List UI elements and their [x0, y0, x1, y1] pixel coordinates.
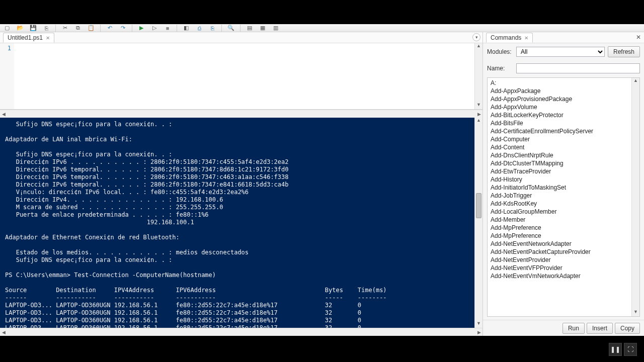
- scroll-down-icon[interactable]: ▼: [475, 102, 482, 109]
- toolbar: ▢ 📂 💾 ⎘ ✂ ⧉ 📋 ↶ ↷ ▶ ▷ ■ ◧ ⎙ ⎘ 🔍 ▤ ▦ ▥: [0, 24, 644, 32]
- new-icon[interactable]: ▢: [2, 25, 12, 32]
- layout2-icon[interactable]: ▦: [258, 25, 268, 32]
- list-item[interactable]: Add-AppxProvisionedPackage: [488, 95, 631, 103]
- scroll-up-icon[interactable]: ▲: [475, 43, 482, 50]
- list-item[interactable]: Add-MpPreference: [488, 232, 631, 240]
- name-input[interactable]: [516, 63, 640, 73]
- undo-icon[interactable]: ↶: [105, 25, 115, 32]
- cmdlist-vscrollbar[interactable]: ▲ ▼: [631, 78, 639, 316]
- script-tab-label: Untitled1.ps1: [8, 34, 43, 41]
- open-icon[interactable]: 📂: [15, 25, 25, 32]
- list-item[interactable]: Add-NetEventPacketCaptureProvider: [488, 248, 631, 256]
- letterbox-bottom: ❚❚ ⛶: [0, 336, 644, 362]
- list-item[interactable]: Add-NetEventVFPProvider: [488, 264, 631, 272]
- modules-select[interactable]: All: [516, 47, 605, 57]
- list-item[interactable]: Add-Member: [488, 216, 631, 224]
- copy-button[interactable]: Copy: [615, 323, 640, 334]
- scroll-down-icon[interactable]: ▼: [632, 309, 639, 316]
- console-pane: Sufijo DNS espec¡fico para la conexi¢n. …: [0, 118, 482, 328]
- list-item[interactable]: Add-DnsClientNrptRule: [488, 151, 631, 159]
- run-button[interactable]: Run: [562, 323, 585, 334]
- scroll-down-icon[interactable]: ▼: [475, 321, 482, 328]
- list-item[interactable]: Add-AppxPackage: [488, 87, 631, 95]
- tab-scroll-button[interactable]: ▾: [472, 33, 480, 41]
- copy-icon[interactable]: ⧉: [73, 25, 83, 32]
- layout3-icon[interactable]: ▥: [271, 25, 281, 32]
- script-tabstrip: Untitled1.ps1 ✕ ▾: [0, 32, 482, 43]
- list-item[interactable]: Add-NetEventVmNetworkAdapter: [488, 272, 631, 280]
- name-label: Name:: [487, 65, 513, 72]
- save-icon[interactable]: 💾: [28, 25, 38, 32]
- modules-label: Modules:: [487, 48, 513, 55]
- refresh-button[interactable]: Refresh: [608, 46, 640, 57]
- redo-icon[interactable]: ↷: [118, 25, 128, 32]
- list-item[interactable]: Add-Computer: [488, 135, 631, 143]
- list-item[interactable]: Add-NetEventProvider: [488, 256, 631, 264]
- scroll-left-icon[interactable]: ◀: [0, 328, 7, 336]
- list-item[interactable]: Add-JobTrigger: [488, 192, 631, 200]
- list-item[interactable]: Add-History: [488, 175, 631, 184]
- close-icon[interactable]: ✕: [46, 35, 50, 41]
- paste-icon[interactable]: 📋: [86, 25, 96, 32]
- run-selection-icon[interactable]: ▷: [149, 25, 159, 32]
- powershell-ise-window: ▢ 📂 💾 ⎘ ✂ ⧉ 📋 ↶ ↷ ▶ ▷ ■ ◧ ⎙ ⎘ 🔍 ▤ ▦ ▥ Un…: [0, 24, 644, 336]
- script-editor[interactable]: 1 ▲ ▼: [0, 43, 482, 110]
- close-icon[interactable]: ✕: [524, 35, 528, 41]
- list-item[interactable]: A:: [488, 79, 631, 87]
- list-item[interactable]: Add-MpPreference: [488, 224, 631, 232]
- script-tab[interactable]: Untitled1.ps1 ✕: [3, 33, 54, 43]
- list-item[interactable]: Add-LocalGroupMember: [488, 208, 631, 216]
- list-item[interactable]: Add-InitiatorIdToMaskingSet: [488, 184, 631, 192]
- panel-close-icon[interactable]: ✕: [636, 34, 641, 41]
- video-pause-button[interactable]: ❚❚: [609, 343, 622, 356]
- console-output[interactable]: Sufijo DNS espec¡fico para la conexi¢n. …: [0, 118, 474, 328]
- debug2-icon[interactable]: ⎘: [207, 25, 217, 32]
- zoom-icon[interactable]: 🔍: [226, 25, 236, 32]
- stop-icon[interactable]: ■: [163, 25, 173, 32]
- console-vscrollbar[interactable]: ▲ ▼: [474, 118, 482, 328]
- commands-tab-label: Commands: [491, 34, 521, 41]
- editor-hscrollbar[interactable]: ◀ ▶: [0, 110, 482, 118]
- video-fullscreen-button[interactable]: ⛶: [624, 343, 637, 356]
- list-item[interactable]: Add-DtcClusterTMMapping: [488, 159, 631, 167]
- layout1-icon[interactable]: ▤: [245, 25, 255, 32]
- debug1-icon[interactable]: ⎙: [194, 25, 204, 32]
- scroll-right-icon[interactable]: ▶: [475, 328, 482, 336]
- list-item[interactable]: Add-NetEventNetworkAdapter: [488, 240, 631, 248]
- scroll-up-icon[interactable]: ▲: [632, 78, 639, 85]
- tab-commands[interactable]: Commands ✕: [486, 33, 533, 43]
- editor-gutter: 1: [0, 43, 14, 109]
- list-item[interactable]: Add-Content: [488, 143, 631, 151]
- scroll-up-icon[interactable]: ▲: [475, 118, 482, 125]
- commands-tabstrip: Commands ✕ ✕: [483, 32, 644, 43]
- scroll-right-icon[interactable]: ▶: [475, 110, 482, 118]
- scroll-left-icon[interactable]: ◀: [0, 110, 7, 118]
- commands-panel: Commands ✕ ✕ Modules: All Refresh Name:: [483, 32, 644, 336]
- scrollbar-thumb[interactable]: [476, 193, 481, 218]
- editor-vscrollbar[interactable]: ▲ ▼: [474, 43, 482, 109]
- cut-icon[interactable]: ✂: [60, 25, 70, 32]
- list-item[interactable]: Add-KdsRootKey: [488, 200, 631, 208]
- breakpoint-icon[interactable]: ◧: [181, 25, 191, 32]
- run-icon[interactable]: ▶: [136, 25, 146, 32]
- list-item[interactable]: Add-BitsFile: [488, 119, 631, 127]
- letterbox-top: [0, 0, 644, 24]
- list-item[interactable]: Add-BitLockerKeyProtector: [488, 111, 631, 119]
- list-item[interactable]: Add-AppxVolume: [488, 103, 631, 111]
- console-hscrollbar[interactable]: ◀ ▶: [0, 328, 482, 336]
- line-number: 1: [0, 45, 11, 52]
- list-item[interactable]: Add-EtwTraceProvider: [488, 167, 631, 175]
- save-all-icon[interactable]: ⎘: [41, 25, 51, 32]
- command-list[interactable]: A:Add-AppxPackageAdd-AppxProvisionedPack…: [488, 78, 631, 316]
- list-item[interactable]: Add-CertificateEnrollmentPolicyServer: [488, 127, 631, 135]
- insert-button[interactable]: Insert: [587, 323, 613, 334]
- editor-body[interactable]: [14, 43, 474, 109]
